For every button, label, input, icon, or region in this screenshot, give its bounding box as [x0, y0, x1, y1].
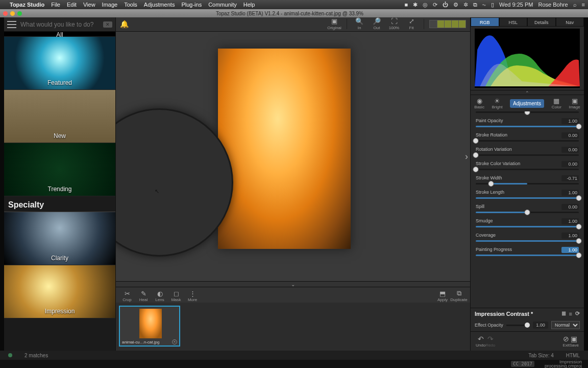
spotlight-icon[interactable]: ⌕ — [573, 2, 577, 8]
slider-value[interactable]: 1.00 — [561, 233, 579, 239]
zoom-window-button[interactable] — [17, 11, 22, 16]
tab-nav[interactable]: Nav — [556, 17, 584, 27]
tab-details[interactable]: Details — [527, 17, 556, 27]
menu-file[interactable]: File — [51, 2, 60, 8]
exit-button[interactable]: ⊘Exit — [562, 335, 569, 348]
bell-icon[interactable]: 🔔 — [120, 20, 129, 28]
mask-tool[interactable]: ◻Mask — [169, 290, 183, 302]
category-all[interactable]: All — [4, 32, 115, 37]
zoom-fit-button[interactable]: ⤢Fit — [404, 17, 419, 30]
zoom-in-button[interactable]: 🔍In — [352, 17, 366, 30]
menu-community[interactable]: Community — [208, 2, 237, 8]
category-trending[interactable]: Trending — [4, 143, 115, 196]
menu-image[interactable]: Image — [102, 2, 118, 8]
slider-track[interactable] — [476, 154, 579, 156]
layout-mode-strip[interactable] — [429, 20, 466, 28]
slider-knob[interactable] — [576, 195, 582, 201]
effect-opacity-value[interactable]: 1.00 — [533, 321, 548, 329]
slider-track[interactable] — [476, 140, 579, 142]
category-featured[interactable]: Featured — [4, 37, 115, 90]
slider-knob[interactable] — [576, 124, 582, 129]
hamburger-icon[interactable] — [7, 21, 16, 28]
menu-extras-icon[interactable]: ≡ — [582, 2, 585, 8]
slider-track[interactable] — [476, 111, 579, 113]
slider-value[interactable]: 1.00 — [561, 218, 579, 224]
slider-knob[interactable] — [473, 138, 479, 144]
slider-value[interactable]: 0.00 — [561, 147, 579, 153]
status-icon[interactable]: ◎ — [423, 2, 428, 8]
effect-header[interactable]: Impression Contrast * ≣ ≡ ⟳ — [471, 308, 584, 319]
effect-opacity-slider[interactable] — [506, 325, 530, 326]
canvas-next-button[interactable]: › — [463, 146, 470, 167]
collapse-histogram-toggle[interactable]: ⌃ — [471, 90, 584, 95]
more-tools[interactable]: ⋮More — [185, 290, 200, 302]
mode-brightness[interactable]: ☀Bright — [492, 97, 503, 109]
slider-knob[interactable] — [576, 252, 582, 258]
slider-knob[interactable] — [525, 210, 530, 215]
footer-tabsize[interactable]: Tab Size: 4 — [528, 353, 553, 358]
effect-list-icon[interactable]: ≣ — [561, 310, 566, 317]
slider-knob[interactable] — [488, 181, 494, 187]
redo-button[interactable]: ↷Redo — [485, 335, 495, 348]
menubar-user[interactable]: Rose Bohre — [538, 2, 568, 8]
filmstrip-frame-active[interactable]: animal-cu…n-cat.jpg ✕ — [119, 306, 180, 347]
bluetooth-icon[interactable]: ✲ — [463, 2, 468, 8]
category-new[interactable]: New — [4, 90, 115, 143]
frame-close-button[interactable]: ✕ — [172, 339, 177, 344]
lens-tool[interactable]: ◐Lens — [153, 290, 167, 302]
save-button[interactable]: ▣Save — [570, 335, 579, 348]
slider-knob[interactable] — [576, 238, 582, 244]
slider-value[interactable]: 1.00 — [561, 118, 579, 124]
menu-edit[interactable]: Edit — [67, 2, 77, 8]
search-input[interactable] — [20, 21, 99, 28]
slider-value[interactable]: 1.00 — [561, 190, 579, 196]
duplicate-button[interactable]: ⧉Duplicate — [452, 289, 466, 302]
slider-knob[interactable] — [576, 224, 582, 229]
effect-menu-icon[interactable]: ≡ — [569, 311, 572, 317]
menu-help[interactable]: Help — [243, 2, 255, 8]
minimize-window-button[interactable] — [10, 11, 15, 16]
clear-search-button[interactable]: ✕ — [103, 21, 112, 28]
slider-track[interactable] — [476, 255, 579, 256]
effect-reset-icon[interactable]: ⟳ — [575, 310, 580, 317]
slider-track[interactable] — [476, 226, 579, 227]
crop-tool[interactable]: ✂Crop — [120, 290, 134, 302]
slider-track[interactable] — [476, 183, 579, 185]
close-window-button[interactable] — [3, 11, 8, 16]
slider-track[interactable] — [476, 126, 579, 127]
menu-plugins[interactable]: Plug-ins — [181, 2, 202, 8]
status-icon[interactable]: ■ — [404, 2, 408, 8]
slider-value[interactable]: 1.00 — [561, 247, 579, 253]
menu-adjustments[interactable]: Adjustments — [144, 2, 175, 8]
status-icon[interactable]: ✱ — [413, 2, 418, 8]
tab-hsl[interactable]: HSL — [499, 17, 528, 27]
menu-view[interactable]: View — [83, 2, 95, 8]
tab-rgb[interactable]: RGB — [471, 17, 499, 27]
undo-button[interactable]: ↶Undo — [476, 335, 485, 348]
canvas[interactable]: ‹ ↖ › — [116, 32, 470, 281]
status-icon[interactable]: ⚙ — [453, 2, 458, 8]
category-clarity[interactable]: Clarity — [4, 212, 115, 265]
zoom-out-button[interactable]: 🔎Out — [370, 17, 384, 30]
app-name[interactable]: Topaz Studio — [10, 2, 44, 8]
footer-language[interactable]: HTML — [566, 353, 580, 358]
collapse-filmstrip-toggle[interactable]: ⌄ — [116, 281, 470, 287]
slider-value[interactable]: 0.00 — [561, 161, 579, 167]
mode-color[interactable]: ▦Color — [552, 97, 561, 109]
slider-track[interactable] — [476, 197, 579, 199]
category-impression[interactable]: Impression — [4, 265, 115, 318]
slider-track[interactable] — [476, 240, 579, 242]
slider-knob[interactable] — [473, 167, 479, 172]
status-icon[interactable]: ⏻ — [443, 2, 448, 8]
menu-tools[interactable]: Tools — [124, 2, 137, 8]
wifi-icon[interactable]: ⏦ — [482, 2, 486, 8]
slider-track[interactable] — [476, 212, 579, 213]
mode-basic[interactable]: ◉Basic — [474, 97, 484, 109]
airplay-icon[interactable]: ⧉ — [473, 2, 477, 8]
slider-value[interactable]: 0.00 — [561, 204, 579, 210]
mode-image[interactable]: ▣Image — [569, 97, 580, 109]
original-toggle[interactable]: ▣Original — [327, 17, 341, 30]
mode-adjustments[interactable]: Adjustments — [510, 99, 544, 108]
slider-value[interactable]: -0.71 — [561, 175, 579, 181]
slider-value[interactable]: 0.00 — [561, 132, 579, 139]
